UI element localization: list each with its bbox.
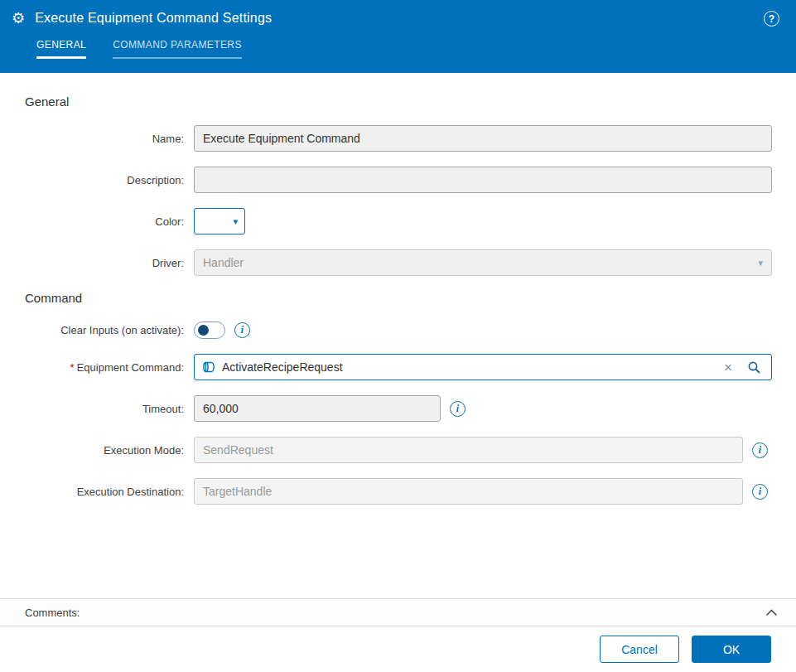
title-row: ⚙ Execute Equipment Command Settings [0, 0, 796, 26]
chevron-down-icon: ▾ [233, 217, 238, 226]
color-dropdown[interactable]: ▾ [194, 208, 245, 234]
info-icon[interactable]: i [752, 484, 768, 500]
timeout-row: Timeout: i [25, 395, 796, 422]
description-input[interactable] [194, 167, 772, 193]
dialog-body: General Name: Description: Color: ▾ Driv… [0, 73, 796, 505]
timeout-input[interactable] [194, 395, 441, 422]
comments-bar[interactable]: Comments: [0, 598, 796, 626]
execution-destination-row: Execution Destination: i [25, 478, 796, 505]
description-row: Description: [25, 167, 796, 193]
execution-mode-row: Execution Mode: i [25, 437, 796, 463]
dialog-title: Execute Equipment Command Settings [35, 11, 272, 26]
clear-inputs-row: Clear Inputs (on activate): i [25, 321, 796, 339]
info-icon[interactable]: i [450, 401, 466, 417]
driver-row: Driver: Handler ▾ [25, 249, 796, 276]
name-input[interactable] [194, 125, 772, 152]
tab-command-parameters[interactable]: COMMAND PARAMETERS [113, 39, 242, 59]
equipment-icon [202, 360, 215, 374]
driver-select[interactable]: Handler ▾ [194, 249, 772, 276]
ok-button[interactable]: OK [692, 636, 771, 663]
execution-mode-label: Execution Mode: [25, 444, 184, 457]
dialog-header: ⚙ Execute Equipment Command Settings ? G… [0, 0, 796, 73]
name-row: Name: [25, 125, 796, 152]
info-icon[interactable]: i [752, 442, 768, 458]
cancel-button[interactable]: Cancel [600, 636, 679, 663]
driver-label: Driver: [25, 257, 184, 269]
help-icon[interactable]: ? [764, 11, 779, 27]
execution-destination-input[interactable] [194, 478, 743, 505]
search-icon[interactable] [741, 360, 765, 375]
timeout-label: Timeout: [25, 403, 184, 415]
dialog-footer: Cancel OK [0, 626, 796, 672]
name-label: Name: [25, 133, 184, 145]
tab-bar: GENERAL COMMAND PARAMETERS [0, 26, 796, 59]
section-heading-general: General [25, 94, 796, 109]
tab-general[interactable]: GENERAL [36, 39, 86, 59]
equipment-command-value[interactable]: ActivateRecipeRequest [222, 360, 716, 374]
execution-destination-label: Execution Destination: [25, 486, 184, 498]
clear-inputs-label: Clear Inputs (on activate): [25, 324, 184, 336]
equipment-command-app-icon: ⚙ [12, 11, 25, 26]
description-label: Description: [25, 174, 184, 186]
chevron-up-icon[interactable] [765, 605, 778, 620]
toggle-knob [198, 325, 209, 336]
equipment-command-label: *Equipment Command: [25, 361, 184, 374]
clear-inputs-toggle[interactable] [194, 321, 225, 339]
color-row: Color: ▾ [25, 208, 796, 234]
equipment-command-field[interactable]: ActivateRecipeRequest × [194, 354, 772, 380]
comments-label: Comments: [25, 607, 765, 619]
required-marker: * [70, 361, 75, 374]
section-heading-command: Command [25, 291, 796, 305]
help-glyph: ? [769, 13, 774, 25]
driver-placeholder: Handler [203, 256, 758, 269]
clear-icon[interactable]: × [716, 360, 741, 375]
color-label: Color: [25, 215, 184, 228]
execution-mode-input[interactable] [194, 437, 743, 463]
chevron-down-icon: ▾ [758, 259, 763, 268]
equipment-command-row: *Equipment Command: ActivateRecipeReques… [25, 354, 796, 380]
info-icon[interactable]: i [234, 322, 250, 338]
